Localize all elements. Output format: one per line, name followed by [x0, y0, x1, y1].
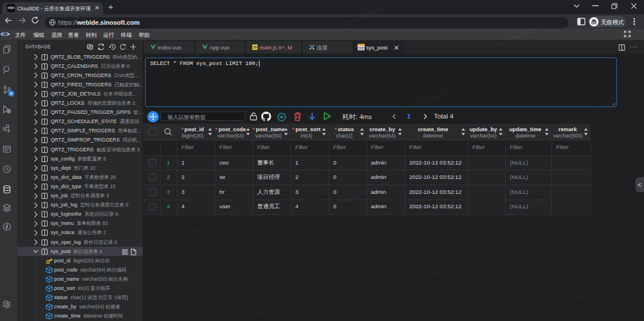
svg-text:JS: JS [253, 45, 257, 49]
